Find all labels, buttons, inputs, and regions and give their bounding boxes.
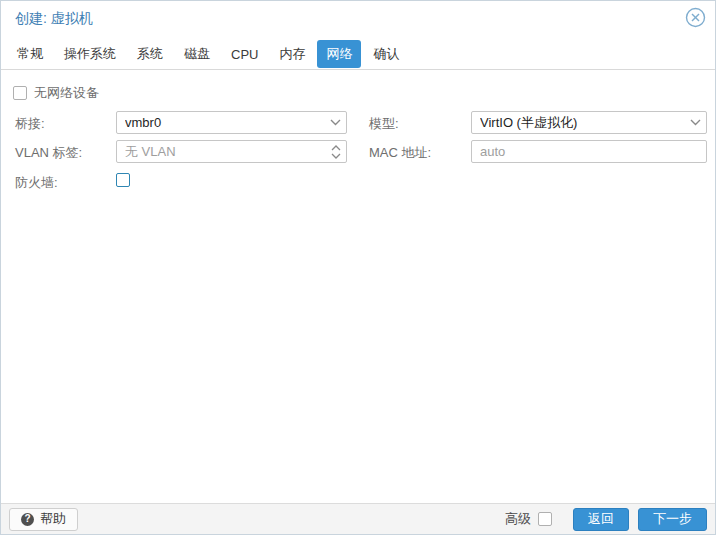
- chevron-down-icon[interactable]: [690, 112, 701, 133]
- tab-system[interactable]: 系统: [128, 40, 172, 68]
- mac-address-field[interactable]: [471, 140, 707, 163]
- dialog-footer: ? 帮助 高级 返回 下一步: [1, 503, 715, 534]
- firewall-checkbox[interactable]: [116, 173, 130, 187]
- model-combobox[interactable]: [471, 111, 707, 134]
- model-label: 模型:: [369, 115, 399, 133]
- tab-memory[interactable]: 内存: [270, 40, 314, 68]
- spinner-up-down-icon[interactable]: [331, 141, 341, 162]
- no-network-device-checkbox[interactable]: [13, 86, 27, 100]
- network-form: 无网络设备 桥接: 模型: VLAN 标签: MAC: [1, 70, 715, 503]
- wizard-tabbar: 常规 操作系统 系统 磁盘 CPU 内存 网络 确认: [1, 39, 715, 70]
- vlan-tag-input[interactable]: [117, 141, 346, 162]
- footer-actions: 高级 返回 下一步: [505, 508, 707, 531]
- no-network-device-label: 无网络设备: [34, 84, 99, 102]
- model-input[interactable]: [472, 112, 706, 133]
- close-icon[interactable]: [685, 7, 706, 28]
- bridge-input[interactable]: [117, 112, 346, 133]
- chevron-down-icon[interactable]: [330, 112, 341, 133]
- help-button-label: 帮助: [40, 510, 66, 528]
- tab-cpu[interactable]: CPU: [222, 42, 267, 67]
- back-button[interactable]: 返回: [573, 508, 629, 531]
- dialog-titlebar: 创建: 虚拟机: [1, 1, 715, 35]
- bridge-combobox[interactable]: [116, 111, 347, 134]
- bridge-label: 桥接:: [15, 115, 45, 133]
- dialog-title: 创建: 虚拟机: [15, 10, 93, 28]
- tab-os[interactable]: 操作系统: [55, 40, 125, 68]
- mac-address-input[interactable]: [472, 141, 706, 162]
- mac-address-label: MAC 地址:: [369, 144, 431, 162]
- tab-network[interactable]: 网络: [317, 40, 361, 68]
- tab-disks[interactable]: 磁盘: [175, 40, 219, 68]
- vlan-tag-label: VLAN 标签:: [15, 144, 82, 162]
- create-vm-dialog: 创建: 虚拟机 常规 操作系统 系统 磁盘 CPU 内存 网络 确认 无网络设备…: [0, 0, 716, 535]
- help-button[interactable]: ? 帮助: [9, 508, 78, 531]
- question-circle-icon: ?: [21, 513, 34, 526]
- tab-general[interactable]: 常规: [8, 40, 52, 68]
- advanced-label: 高级: [505, 510, 531, 528]
- next-button[interactable]: 下一步: [638, 508, 707, 531]
- firewall-label: 防火墙:: [15, 174, 58, 192]
- advanced-checkbox[interactable]: [538, 512, 552, 526]
- vlan-tag-spinner[interactable]: [116, 140, 347, 163]
- no-network-device-row: 无网络设备: [13, 84, 99, 102]
- tab-confirm[interactable]: 确认: [364, 40, 408, 68]
